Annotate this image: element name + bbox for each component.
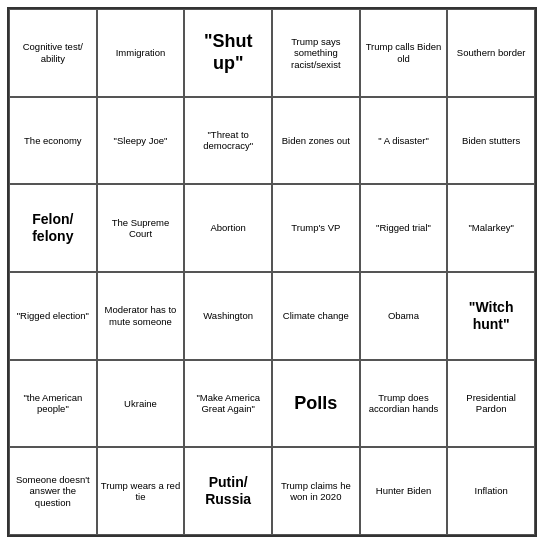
bingo-cell-r0c3[interactable]: Trump says something racist/sexist xyxy=(272,9,360,97)
bingo-cell-r1c2[interactable]: "Threat to democracy" xyxy=(184,97,272,185)
bingo-cell-r2c3[interactable]: Trump's VP xyxy=(272,184,360,272)
bingo-cell-r1c3[interactable]: Biden zones out xyxy=(272,97,360,185)
bingo-cell-r3c1[interactable]: Moderator has to mute someone xyxy=(97,272,185,360)
bingo-cell-r2c2[interactable]: Abortion xyxy=(184,184,272,272)
bingo-cell-r2c0[interactable]: Felon/ felony xyxy=(9,184,97,272)
bingo-cell-r0c1[interactable]: Immigration xyxy=(97,9,185,97)
bingo-cell-r4c4[interactable]: Trump does accordian hands xyxy=(360,360,448,448)
bingo-cell-r4c3[interactable]: Polls xyxy=(272,360,360,448)
bingo-cell-r0c0[interactable]: Cognitive test/ ability xyxy=(9,9,97,97)
bingo-cell-r3c0[interactable]: "Rigged election" xyxy=(9,272,97,360)
bingo-cell-r4c2[interactable]: "Make America Great Again" xyxy=(184,360,272,448)
bingo-cell-r3c2[interactable]: Washington xyxy=(184,272,272,360)
bingo-cell-r5c2[interactable]: Putin/ Russia xyxy=(184,447,272,535)
bingo-cell-r3c3[interactable]: Climate change xyxy=(272,272,360,360)
bingo-cell-r1c0[interactable]: The economy xyxy=(9,97,97,185)
bingo-card: Cognitive test/ abilityImmigration"Shut … xyxy=(7,7,537,537)
bingo-cell-r3c5[interactable]: "Witch hunt" xyxy=(447,272,535,360)
bingo-cell-r5c4[interactable]: Hunter Biden xyxy=(360,447,448,535)
bingo-cell-r5c0[interactable]: Someone doesn't answer the question xyxy=(9,447,97,535)
bingo-cell-r4c1[interactable]: Ukraine xyxy=(97,360,185,448)
bingo-cell-r2c1[interactable]: The Supreme Court xyxy=(97,184,185,272)
bingo-cell-r4c0[interactable]: "the American people" xyxy=(9,360,97,448)
bingo-cell-r3c4[interactable]: Obama xyxy=(360,272,448,360)
bingo-cell-r0c2[interactable]: "Shut up" xyxy=(184,9,272,97)
bingo-cell-r5c1[interactable]: Trump wears a red tie xyxy=(97,447,185,535)
bingo-grid: Cognitive test/ abilityImmigration"Shut … xyxy=(9,9,535,535)
bingo-cell-r1c1[interactable]: "Sleepy Joe" xyxy=(97,97,185,185)
bingo-cell-r2c4[interactable]: "Rigged trial" xyxy=(360,184,448,272)
bingo-cell-r5c3[interactable]: Trump claims he won in 2020 xyxy=(272,447,360,535)
bingo-cell-r0c4[interactable]: Trump calls Biden old xyxy=(360,9,448,97)
bingo-cell-r5c5[interactable]: Inflation xyxy=(447,447,535,535)
bingo-cell-r0c5[interactable]: Southern border xyxy=(447,9,535,97)
bingo-cell-r4c5[interactable]: Presidential Pardon xyxy=(447,360,535,448)
bingo-cell-r2c5[interactable]: "Malarkey" xyxy=(447,184,535,272)
bingo-cell-r1c4[interactable]: " A disaster" xyxy=(360,97,448,185)
bingo-cell-r1c5[interactable]: Biden stutters xyxy=(447,97,535,185)
